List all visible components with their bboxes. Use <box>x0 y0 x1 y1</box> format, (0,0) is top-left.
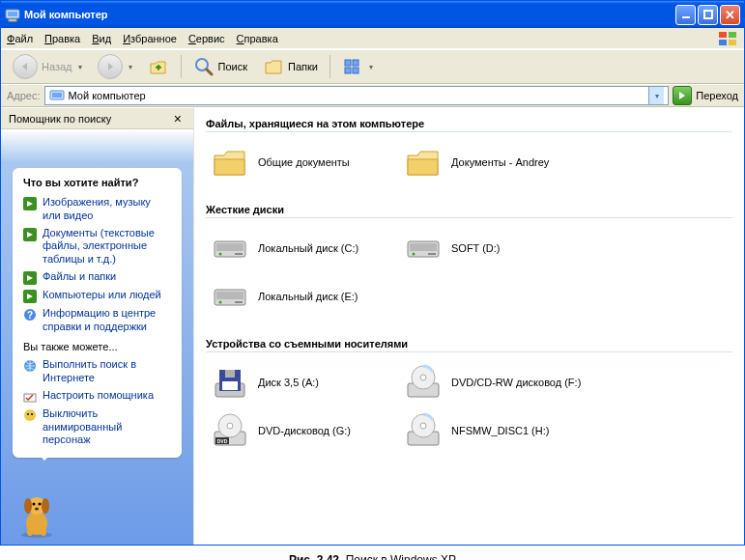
minimize-button[interactable] <box>675 5 696 25</box>
drive-item[interactable]: DVDDVD-дисковод (G:) <box>206 406 399 455</box>
address-bar: Адрес: Мой компьютер ▾ Переход <box>1 84 744 107</box>
search-link[interactable]: Документы (текстовые файлы, электронные … <box>23 225 171 268</box>
svg-rect-5 <box>719 32 727 38</box>
menu-view[interactable]: Вид <box>92 33 111 44</box>
window: Мой компьютер ✕ Файл Правка Вид Избранно… <box>0 0 745 546</box>
windows-flag-icon <box>717 30 740 47</box>
search-button[interactable]: Поиск <box>187 53 253 80</box>
back-arrow-icon <box>13 54 38 79</box>
search-link[interactable]: Настроить помощника <box>23 387 171 406</box>
content-area[interactable]: Файлы, хранящиеся на этом компьютереОбщи… <box>194 108 744 545</box>
chevron-down-icon: ▾ <box>369 63 373 71</box>
menu-favorites[interactable]: Избранное <box>123 33 177 44</box>
separator <box>330 55 330 78</box>
menu-file[interactable]: Файл <box>7 33 33 44</box>
drive-item[interactable]: Общие документы <box>206 138 399 186</box>
title-bar[interactable]: Мой компьютер ✕ <box>1 1 744 28</box>
search-link[interactable]: Выполнить поиск в Интернете <box>23 356 171 387</box>
forward-arrow-icon <box>98 54 123 79</box>
svg-rect-3 <box>682 16 690 18</box>
svg-rect-39 <box>216 243 244 251</box>
views-icon <box>342 56 363 77</box>
svg-point-33 <box>33 503 36 506</box>
address-value: Мой компьютер <box>69 90 146 101</box>
cd-icon <box>403 362 444 403</box>
link-label: Информацию в центре справки и поддержки <box>43 307 171 334</box>
link-label: Изображения, музыку или видео <box>43 196 171 223</box>
link-label: Выполнить поиск в Интернете <box>43 358 171 385</box>
search-link[interactable]: Файлы и папки <box>23 268 171 287</box>
close-button[interactable]: ✕ <box>720 5 740 25</box>
go-button[interactable] <box>673 86 692 105</box>
svg-rect-1 <box>8 12 17 16</box>
item-label: Диск 3,5 (A:) <box>258 377 319 388</box>
menu-tools[interactable]: Сервис <box>188 33 225 44</box>
cd-icon <box>403 410 444 451</box>
item-label: NFSMW_DISC1 (H:) <box>451 425 549 436</box>
search-dog-icon[interactable] <box>14 490 59 539</box>
drive-item[interactable]: SOFT (D:) <box>399 224 592 272</box>
svg-rect-45 <box>428 253 436 255</box>
drive-item[interactable]: Диск 3,5 (A:) <box>206 358 399 406</box>
menu-help[interactable]: Справка <box>237 33 278 44</box>
drive-item[interactable]: DVD/CD-RW дисковод (F:) <box>399 358 592 406</box>
menu-edit[interactable]: Правка <box>44 33 80 44</box>
address-dropdown[interactable]: ▾ <box>648 87 664 104</box>
back-button[interactable]: Назад ▾ <box>7 53 88 80</box>
group-items: Локальный диск (C:)SOFT (D:)Локальный ди… <box>206 224 732 321</box>
link-icon <box>23 390 37 404</box>
svg-rect-4 <box>704 11 712 18</box>
svg-text:DVD: DVD <box>217 438 228 444</box>
drive-item[interactable]: NFSMW_DISC1 (H:) <box>399 406 592 455</box>
address-field[interactable]: Мой компьютер ▾ <box>44 86 670 105</box>
link-icon <box>23 359 37 373</box>
search-link[interactable]: Выключить анимированный персонаж <box>23 406 171 449</box>
search-sidebar: Помощник по поиску × Что вы хотите найти… <box>1 108 194 545</box>
views-button[interactable]: ▾ <box>336 53 379 80</box>
svg-point-35 <box>35 508 39 511</box>
search-link[interactable]: ?Информацию в центре справки и поддержки <box>23 305 171 336</box>
svg-rect-11 <box>345 60 351 66</box>
svg-point-32 <box>42 498 49 514</box>
svg-rect-49 <box>235 301 243 303</box>
svg-rect-16 <box>52 93 62 98</box>
hdd-icon <box>403 228 444 268</box>
svg-point-36 <box>27 528 33 536</box>
caption-bold: Рис. 2.42. <box>289 553 342 560</box>
svg-text:?: ? <box>27 310 33 321</box>
close-sidebar-button[interactable]: × <box>170 111 186 126</box>
search-icon <box>193 56 215 77</box>
drive-item[interactable]: Локальный диск (E:) <box>206 272 399 321</box>
search-link[interactable]: Компьютеры или людей <box>23 287 171 305</box>
folders-button[interactable]: Папки <box>257 53 324 80</box>
my-computer-icon <box>49 88 65 103</box>
go-label: Переход <box>696 90 738 101</box>
folder-up-icon <box>148 56 169 77</box>
caption-text: Поиск в Windows XP <box>342 553 456 560</box>
body: Помощник по поиску × Что вы хотите найти… <box>1 107 744 545</box>
maximize-button[interactable] <box>698 5 718 25</box>
forward-button[interactable]: ▾ <box>92 53 138 80</box>
svg-rect-7 <box>719 40 727 45</box>
up-button[interactable] <box>142 53 175 80</box>
link-label: Выключить анимированный персонаж <box>43 407 171 447</box>
drive-item[interactable]: Локальный диск (C:) <box>206 224 399 272</box>
group-header: Устройства со съемными носителями <box>206 334 732 352</box>
hdd-icon <box>210 276 250 317</box>
dvd-icon: DVD <box>210 410 250 451</box>
link-icon <box>23 290 37 303</box>
svg-rect-12 <box>353 60 358 66</box>
search-label: Поиск <box>218 61 247 72</box>
search-link[interactable]: Изображения, музыку или видео <box>23 194 171 225</box>
svg-point-34 <box>39 503 42 506</box>
drive-item[interactable]: Документы - Andrey <box>399 138 592 186</box>
separator <box>181 55 182 78</box>
svg-rect-52 <box>225 370 235 378</box>
svg-point-40 <box>219 253 222 256</box>
item-label: Общие документы <box>258 156 350 168</box>
chevron-down-icon: ▾ <box>129 63 132 71</box>
svg-point-37 <box>41 528 46 536</box>
search-balloon: Что вы хотите найти? Изображения, музыку… <box>13 168 182 458</box>
svg-point-56 <box>420 375 426 380</box>
svg-point-48 <box>219 301 222 304</box>
